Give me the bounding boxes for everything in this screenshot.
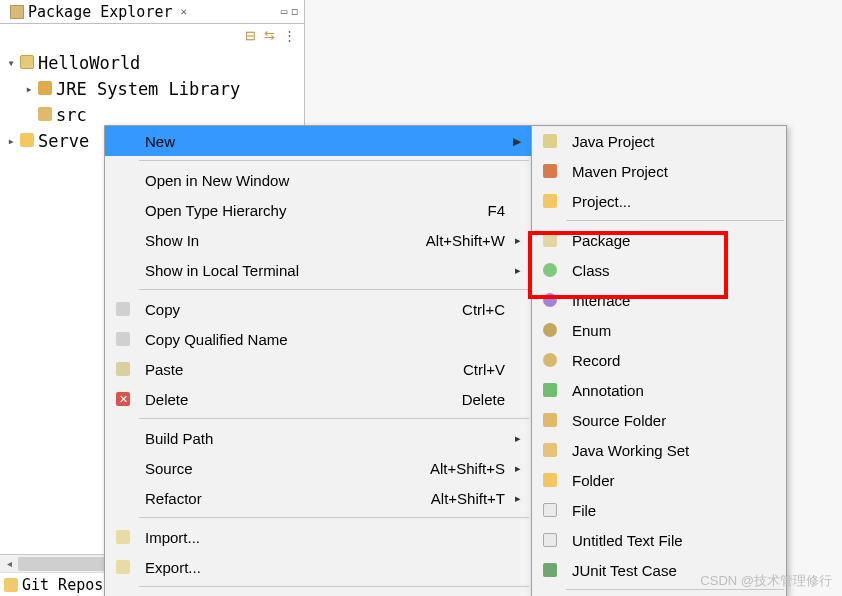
submenu-project[interactable]: Project... bbox=[532, 186, 786, 216]
submenu-label: Maven Project bbox=[564, 163, 668, 180]
delete-icon: ✕ bbox=[109, 392, 137, 406]
submenu-source-folder[interactable]: Source Folder bbox=[532, 405, 786, 435]
restore-icon[interactable]: ◻ bbox=[291, 5, 298, 18]
submenu-package[interactable]: Package bbox=[532, 225, 786, 255]
file-icon bbox=[536, 503, 564, 517]
collapse-all-icon[interactable]: ⊟ bbox=[245, 28, 256, 43]
working-set-icon bbox=[536, 443, 564, 457]
submenu-interface[interactable]: Interface bbox=[532, 285, 786, 315]
menu-paste[interactable]: Paste Ctrl+V bbox=[105, 354, 531, 384]
annotation-icon bbox=[536, 383, 564, 397]
menu-show-in[interactable]: Show In Alt+Shift+W ▸ bbox=[105, 225, 531, 255]
submenu-annotation[interactable]: Annotation bbox=[532, 375, 786, 405]
git-icon bbox=[4, 578, 18, 592]
menu-new[interactable]: New ▶ bbox=[105, 126, 531, 156]
class-icon bbox=[536, 263, 564, 277]
tree-item-jre[interactable]: ▸ JRE System Library bbox=[0, 76, 304, 102]
tree-label: src bbox=[54, 105, 87, 125]
menu-delete[interactable]: ✕ Delete Delete bbox=[105, 384, 531, 414]
menu-shortcut: Alt+Shift+T bbox=[385, 490, 505, 507]
source-folder-icon bbox=[536, 413, 564, 427]
menu-label: Refactor bbox=[137, 490, 385, 507]
submenu-label: Annotation bbox=[564, 382, 644, 399]
separator bbox=[139, 586, 529, 587]
menu-export[interactable]: Export... bbox=[105, 552, 531, 582]
explorer-toolbar: ⊟ ⇆ ⋮ bbox=[0, 24, 304, 46]
submenu-label: Untitled Text File bbox=[564, 532, 683, 549]
chevron-right-icon[interactable]: ▸ bbox=[4, 134, 18, 148]
context-menu: New ▶ Open in New Window Open Type Hiera… bbox=[104, 125, 532, 596]
min-restore-buttons: ▭ ◻ bbox=[281, 5, 298, 18]
maven-project-icon bbox=[536, 164, 564, 178]
menu-label: Source bbox=[137, 460, 385, 477]
menu-copy[interactable]: Copy Ctrl+C bbox=[105, 294, 531, 324]
folder-icon bbox=[18, 133, 36, 150]
java-project-icon bbox=[536, 134, 564, 148]
menu-label: Open Type Hierarchy bbox=[137, 202, 385, 219]
menu-open-new-window[interactable]: Open in New Window bbox=[105, 165, 531, 195]
menu-build-path[interactable]: Build Path ▸ bbox=[105, 423, 531, 453]
menu-shortcut: Delete bbox=[385, 391, 505, 408]
submenu-java-project[interactable]: Java Project bbox=[532, 126, 786, 156]
submenu-untitled-text-file[interactable]: Untitled Text File bbox=[532, 525, 786, 555]
watermark-text: CSDN @技术管理修行 bbox=[700, 572, 832, 590]
submenu-folder[interactable]: Folder bbox=[532, 465, 786, 495]
separator bbox=[139, 289, 529, 290]
submenu-label: Java Working Set bbox=[564, 442, 689, 459]
tree-label: Serve bbox=[36, 131, 89, 151]
tab-bar: Package Explorer ✕ ▭ ◻ bbox=[0, 0, 304, 24]
submenu-enum[interactable]: Enum bbox=[532, 315, 786, 345]
close-icon[interactable]: ✕ bbox=[181, 5, 188, 18]
folder-icon bbox=[536, 473, 564, 487]
git-repos-label: Git Repos bbox=[22, 576, 103, 594]
enum-icon bbox=[536, 323, 564, 337]
submenu-maven-project[interactable]: Maven Project bbox=[532, 156, 786, 186]
submenu-label: Java Project bbox=[564, 133, 655, 150]
link-editor-icon[interactable]: ⇆ bbox=[264, 28, 275, 43]
package-explorer-icon bbox=[10, 5, 24, 19]
submenu-java-working-set[interactable]: Java Working Set bbox=[532, 435, 786, 465]
tree-item-helloworld[interactable]: ▾ HelloWorld bbox=[0, 50, 304, 76]
menu-label: Paste bbox=[137, 361, 385, 378]
submenu-label: Source Folder bbox=[564, 412, 666, 429]
chevron-down-icon[interactable]: ▾ bbox=[4, 56, 18, 70]
submenu-label: Enum bbox=[564, 322, 611, 339]
menu-label: Export... bbox=[137, 559, 385, 576]
menu-refactor[interactable]: Refactor Alt+Shift+T ▸ bbox=[105, 483, 531, 513]
minimize-icon[interactable]: ▭ bbox=[281, 5, 288, 18]
menu-label: Copy Qualified Name bbox=[137, 331, 385, 348]
tab-package-explorer[interactable]: Package Explorer ✕ bbox=[6, 1, 191, 23]
export-icon bbox=[109, 560, 137, 574]
submenu-arrow-icon: ▸ bbox=[505, 234, 521, 247]
menu-label: Open in New Window bbox=[137, 172, 385, 189]
submenu-class[interactable]: Class bbox=[532, 255, 786, 285]
menu-label: Build Path bbox=[137, 430, 385, 447]
submenu-label: Folder bbox=[564, 472, 615, 489]
menu-label: Show In bbox=[137, 232, 385, 249]
submenu-arrow-icon: ▸ bbox=[505, 264, 521, 277]
copy-qualified-icon bbox=[109, 332, 137, 346]
menu-shortcut: Ctrl+C bbox=[385, 301, 505, 318]
chevron-right-icon[interactable]: ▸ bbox=[22, 82, 36, 96]
menu-open-type-hierarchy[interactable]: Open Type Hierarchy F4 bbox=[105, 195, 531, 225]
menu-import[interactable]: Import... bbox=[105, 522, 531, 552]
separator bbox=[139, 418, 529, 419]
menu-show-local-terminal[interactable]: Show in Local Terminal ▸ bbox=[105, 255, 531, 285]
submenu-arrow-icon: ▸ bbox=[505, 462, 521, 475]
submenu-record[interactable]: Record bbox=[532, 345, 786, 375]
new-submenu: Java Project Maven Project Project... Pa… bbox=[531, 125, 787, 596]
submenu-file[interactable]: File bbox=[532, 495, 786, 525]
junit-icon bbox=[536, 563, 564, 577]
submenu-label: Project... bbox=[564, 193, 631, 210]
record-icon bbox=[536, 353, 564, 367]
menu-refresh[interactable]: Refresh F5 bbox=[105, 591, 531, 596]
project-icon bbox=[536, 194, 564, 208]
menu-copy-qualified[interactable]: Copy Qualified Name bbox=[105, 324, 531, 354]
menu-label: Copy bbox=[137, 301, 385, 318]
menu-source[interactable]: Source Alt+Shift+S ▸ bbox=[105, 453, 531, 483]
source-folder-icon bbox=[36, 107, 54, 124]
view-menu-icon[interactable]: ⋮ bbox=[283, 28, 296, 43]
scroll-left-icon[interactable]: ◂ bbox=[0, 555, 18, 572]
tree-label: HelloWorld bbox=[36, 53, 140, 73]
submenu-label: Interface bbox=[564, 292, 630, 309]
